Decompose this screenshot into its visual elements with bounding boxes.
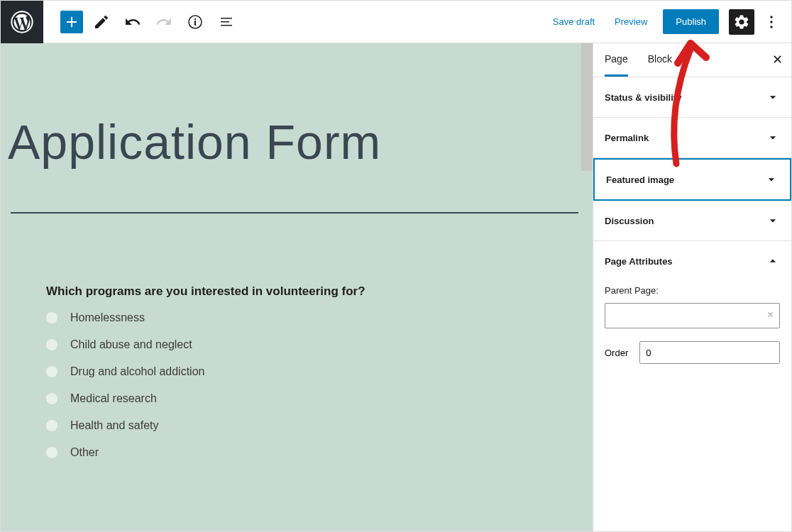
chevron-down-icon [766, 214, 780, 228]
order-label: Order [605, 348, 628, 358]
editor-canvas[interactable]: Application Form Which programs are you … [1, 43, 593, 531]
plus-icon [63, 13, 80, 31]
form-option[interactable]: Medical research [46, 392, 585, 405]
panel-label: Featured image [606, 174, 674, 185]
more-vertical-icon [763, 13, 780, 31]
form-option[interactable]: Drug and alcohol addiction [46, 365, 585, 378]
radio-icon[interactable] [46, 312, 57, 323]
more-options-button[interactable] [759, 9, 784, 35]
info-button[interactable] [182, 9, 208, 35]
edit-tool-button[interactable] [89, 9, 114, 35]
svg-point-4 [770, 26, 772, 28]
panel-label: Page Attributes [605, 256, 673, 267]
chevron-down-icon [766, 90, 780, 104]
settings-button[interactable] [729, 9, 754, 35]
radio-icon[interactable] [46, 393, 57, 404]
tab-page[interactable]: Page [605, 43, 628, 77]
redo-button[interactable] [151, 9, 177, 35]
radio-icon[interactable] [46, 339, 57, 350]
form-option-label: Health and safety [70, 419, 159, 432]
add-block-button[interactable] [60, 11, 83, 33]
form-option-label: Other [70, 446, 99, 459]
redo-icon [155, 13, 172, 31]
parent-page-label: Parent Page: [605, 285, 780, 296]
svg-point-3 [770, 21, 772, 23]
form-option[interactable]: Child abuse and neglect [46, 338, 585, 351]
wordpress-icon [11, 11, 33, 33]
scrollbar-thumb[interactable] [581, 43, 593, 171]
separator-block[interactable] [11, 212, 578, 214]
radio-icon[interactable] [46, 447, 57, 458]
panel-label: Permalink [605, 133, 649, 143]
form-option[interactable]: Other [46, 446, 585, 459]
panel-page-attributes[interactable]: Page Attributes [593, 241, 791, 281]
parent-page-input[interactable]: × [605, 303, 780, 328]
page-title[interactable]: Application Form [8, 43, 585, 212]
order-input[interactable] [639, 341, 780, 364]
form-option-label: Homelessness [70, 311, 145, 324]
form-option-label: Child abuse and neglect [70, 338, 192, 351]
wordpress-logo[interactable] [1, 1, 43, 43]
form-option-label: Medical research [70, 392, 157, 405]
clear-parent-button[interactable]: × [767, 309, 774, 321]
panel-label: Status & visibility [605, 92, 681, 103]
preview-link[interactable]: Preview [605, 11, 657, 33]
sidebar-tabs: Page Block ✕ [593, 43, 791, 77]
undo-icon [124, 13, 141, 31]
panel-featured-image[interactable]: Featured image [593, 158, 791, 201]
outline-button[interactable] [214, 9, 239, 35]
radio-icon[interactable] [46, 366, 57, 377]
editor-topbar: Save draft Preview Publish [1, 1, 791, 43]
panel-label: Discussion [605, 216, 654, 226]
panel-status-visibility[interactable]: Status & visibility [593, 77, 791, 118]
form-option[interactable]: Health and safety [46, 419, 585, 432]
undo-button[interactable] [120, 9, 145, 35]
info-icon [187, 13, 204, 31]
chevron-up-icon [766, 254, 780, 268]
form-option[interactable]: Homelessness [46, 311, 585, 324]
form-question[interactable]: Which programs are you interested in vol… [46, 284, 585, 299]
save-draft-link[interactable]: Save draft [543, 11, 605, 33]
publish-button[interactable]: Publish [663, 9, 719, 34]
chevron-down-icon [766, 131, 780, 145]
svg-point-2 [770, 16, 772, 18]
page-attributes-body: Parent Page: × Order [593, 281, 791, 378]
gear-icon [733, 13, 750, 31]
pencil-icon [93, 13, 110, 31]
tab-block[interactable]: Block [648, 43, 672, 77]
close-sidebar-button[interactable]: ✕ [772, 52, 783, 67]
chevron-down-icon [764, 172, 779, 187]
form-option-label: Drug and alcohol addiction [70, 365, 204, 378]
list-icon [218, 13, 235, 31]
panel-discussion[interactable]: Discussion [593, 201, 791, 241]
radio-icon[interactable] [46, 420, 57, 431]
panel-permalink[interactable]: Permalink [593, 118, 791, 158]
settings-sidebar: Page Block ✕ Status & visibility Permali… [593, 43, 791, 531]
